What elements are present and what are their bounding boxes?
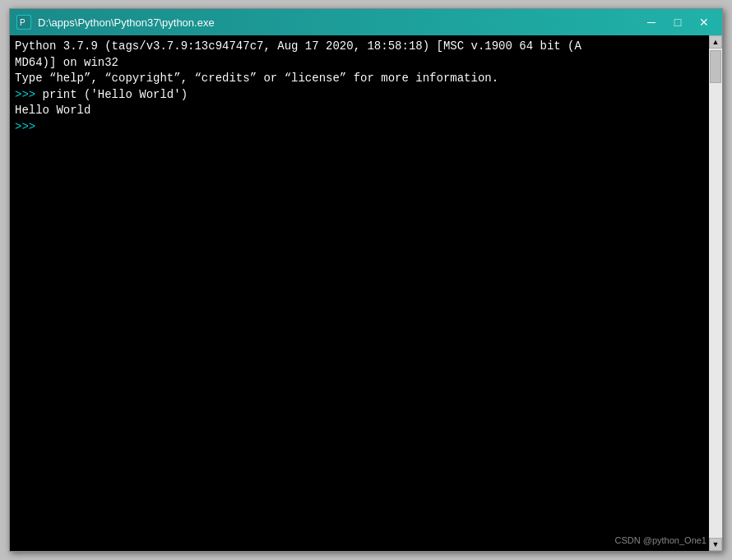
console-output[interactable]: Python 3.7.9 (tags/v3.7.9:13c94747c7, Au… xyxy=(10,35,709,551)
scroll-down-button[interactable]: ▼ xyxy=(709,538,722,551)
title-bar: P D:\apps\Python\Python37\python.exe ─ □… xyxy=(10,9,722,35)
console-line-python-version: Python 3.7.9 (tags/v3.7.9:13c94747c7, Au… xyxy=(15,39,704,71)
window-body: Python 3.7.9 (tags/v3.7.9:13c94747c7, Au… xyxy=(10,35,722,551)
python-console-window: P D:\apps\Python\Python37\python.exe ─ □… xyxy=(9,8,723,552)
title-bar-left: P D:\apps\Python\Python37\python.exe xyxy=(16,15,215,30)
console-line-command: >>> print ('Hello World') xyxy=(15,87,704,104)
command-text: print ('Hello World') xyxy=(43,88,188,101)
close-button[interactable]: ✕ xyxy=(693,14,716,30)
vertical-scrollbar[interactable]: ▲ ▼ xyxy=(709,35,722,551)
prompt-empty-indicator: >>> xyxy=(15,120,43,133)
prompt-indicator: >>> xyxy=(15,88,43,101)
scroll-thumb[interactable] xyxy=(710,50,721,83)
console-line-prompt: >>> xyxy=(15,119,704,136)
console-line-output: Hello World xyxy=(15,103,704,119)
console-line-type-help: Type “help”, “copyright”, “credits” or “… xyxy=(15,71,704,87)
window-title: D:\apps\Python\Python37\python.exe xyxy=(38,16,215,29)
python-icon: P xyxy=(16,15,31,30)
minimize-button[interactable]: ─ xyxy=(640,14,663,30)
watermark: CSDN @python_One1 xyxy=(615,535,707,545)
scroll-track[interactable] xyxy=(709,49,722,538)
maximize-button[interactable]: □ xyxy=(666,14,689,30)
title-bar-controls: ─ □ ✕ xyxy=(640,14,716,30)
scroll-up-button[interactable]: ▲ xyxy=(709,35,722,49)
svg-text:P: P xyxy=(20,18,25,27)
